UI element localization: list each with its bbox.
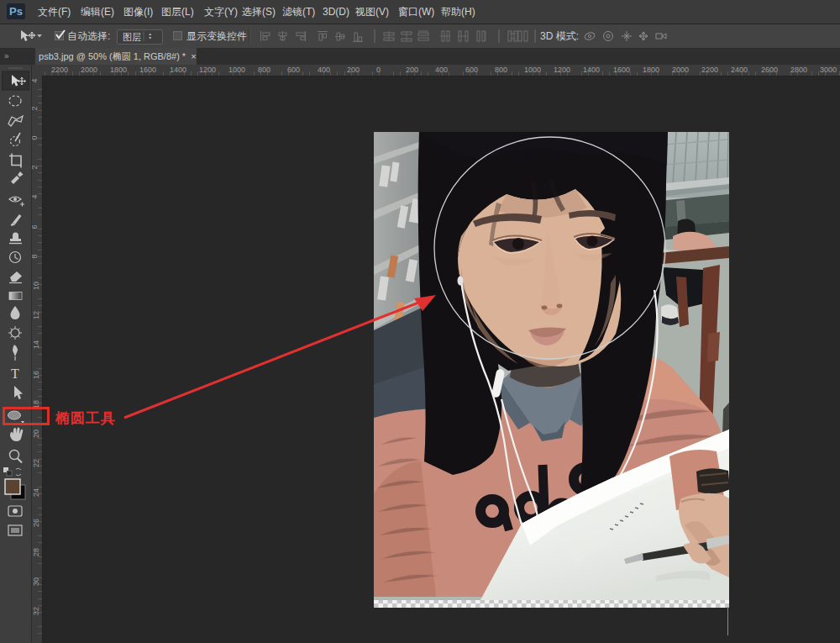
- svg-text:3D 模式:: 3D 模式:: [540, 30, 579, 42]
- svg-text:T: T: [11, 366, 19, 381]
